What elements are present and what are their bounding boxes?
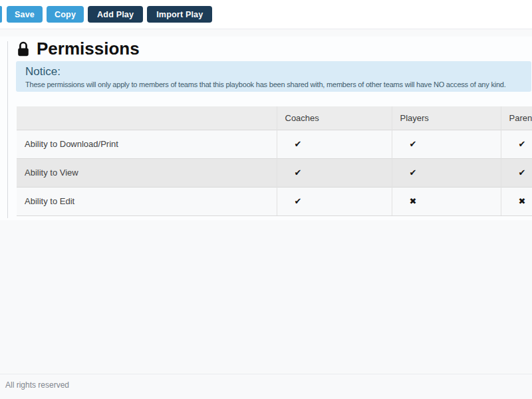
column-header-empty xyxy=(17,106,277,130)
add-play-button[interactable]: Add Play xyxy=(88,6,143,23)
permission-mark-players: ✔ xyxy=(392,130,501,158)
permissions-table-container: Coaches Players Parents Ability to Downl… xyxy=(17,106,532,216)
column-header-coaches: Coaches xyxy=(277,106,392,130)
footer-text: All rights reserved xyxy=(5,380,69,390)
copy-button[interactable]: Copy xyxy=(47,6,84,23)
permission-mark-players: ✔ xyxy=(392,158,501,187)
save-button[interactable]: Save xyxy=(7,6,43,23)
permission-mark-parents: ✔ xyxy=(501,158,532,187)
row-label: Ability to Edit xyxy=(17,187,277,215)
permission-mark-players: ✖ xyxy=(392,187,501,215)
permission-mark-coaches: ✔ xyxy=(277,130,392,158)
import-play-button[interactable]: Import Play xyxy=(147,6,212,23)
page-title-text: Permissions xyxy=(37,39,140,59)
permission-mark-parents: ✔ xyxy=(501,130,532,158)
column-header-parents: Parents xyxy=(501,106,532,130)
column-header-players: Players xyxy=(392,106,501,130)
notice-box: Notice: These permissions will only appl… xyxy=(16,61,531,92)
toolbar: Save Copy Add Play Import Play xyxy=(0,0,532,29)
panel-left-border xyxy=(7,41,8,218)
permission-mark-parents: ✖ xyxy=(501,187,532,215)
footer: All rights reserved xyxy=(0,374,532,399)
toolbar-button-row: Save Copy Add Play Import Play xyxy=(7,6,212,23)
table-row-download-print: Ability to Download/Print ✔ ✔ ✔ xyxy=(17,130,532,158)
main-content: Permissions Notice: These permissions wi… xyxy=(0,37,532,220)
lock-icon xyxy=(17,41,30,57)
permissions-table: Coaches Players Parents Ability to Downl… xyxy=(17,106,532,216)
permission-mark-coaches: ✔ xyxy=(277,158,392,187)
row-label: Ability to Download/Print xyxy=(17,130,277,158)
notice-body: These permissions will only apply to mem… xyxy=(25,80,522,89)
page-title: Permissions xyxy=(17,39,140,59)
table-row-view: Ability to View ✔ ✔ ✔ xyxy=(17,158,532,187)
table-row-edit: Ability to Edit ✔ ✖ ✖ xyxy=(17,187,532,215)
row-label: Ability to View xyxy=(17,158,277,187)
permission-mark-coaches: ✔ xyxy=(277,187,392,215)
cut-off-button-sliver[interactable] xyxy=(0,6,2,23)
notice-heading: Notice: xyxy=(25,65,522,79)
table-header-row: Coaches Players Parents xyxy=(17,106,532,130)
